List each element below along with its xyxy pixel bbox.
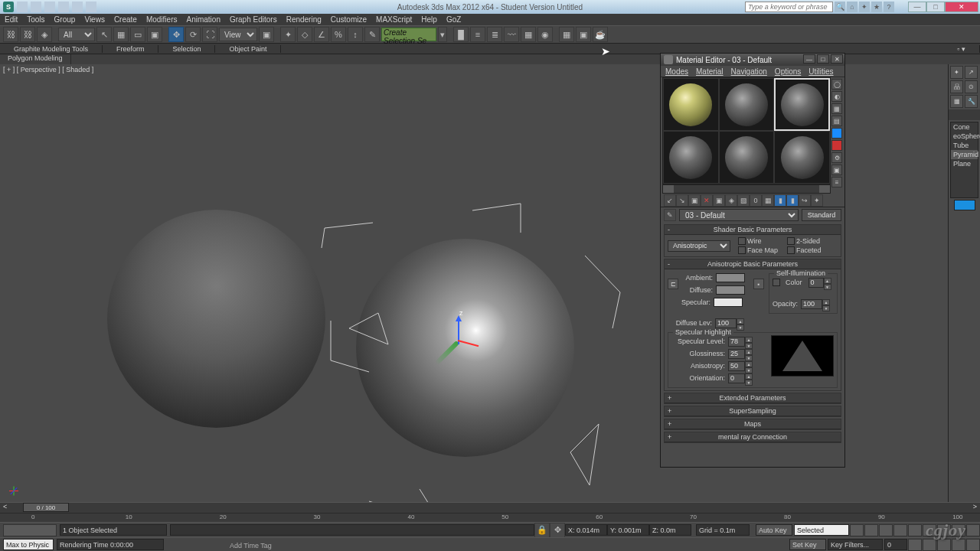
- auto-key-button[interactable]: Auto Key: [756, 524, 792, 536]
- make-preview-icon[interactable]: [831, 140, 842, 151]
- link-icon[interactable]: ⛓: [3, 27, 18, 42]
- goto-end-icon[interactable]: [908, 524, 922, 536]
- transform-y[interactable]: Y: 0.001m: [607, 524, 649, 536]
- pick-from-obj-icon[interactable]: ✦: [811, 194, 823, 207]
- qat-undo-icon[interactable]: [58, 2, 69, 12]
- key-filters-button[interactable]: Key Filters...: [828, 539, 883, 550]
- pick-material-icon[interactable]: ✎: [664, 209, 676, 221]
- scale-icon[interactable]: ⛶: [202, 27, 217, 42]
- facemap-checkbox[interactable]: Face Map: [738, 246, 778, 254]
- ribbon-tab-objectpaint[interactable]: Object Paint: [215, 45, 281, 53]
- cmd-display-icon[interactable]: ▦: [950, 95, 963, 108]
- cmd-modify-icon[interactable]: ↗: [965, 66, 978, 79]
- ribbon-tab-freeform[interactable]: Freeform: [103, 45, 159, 53]
- glossiness-spinner[interactable]: 25▲▼: [728, 349, 753, 359]
- ambient-lock-icon[interactable]: ▪: [753, 279, 764, 289]
- menu-animation[interactable]: Animation: [186, 15, 220, 24]
- menu-help[interactable]: Help: [421, 15, 437, 24]
- next-frame-icon[interactable]: [893, 524, 907, 536]
- mat-menu-utilities[interactable]: Utilities: [808, 67, 833, 76]
- maxscript-mini[interactable]: Max to Physic: [3, 539, 54, 550]
- transform-z[interactable]: Z: 0.0m: [649, 524, 691, 536]
- ribbon-tab-modeling[interactable]: Graphite Modeling Tools: [0, 45, 103, 53]
- percent-snap-icon[interactable]: %: [331, 27, 346, 42]
- material-editor-icon[interactable]: ◉: [537, 27, 553, 42]
- qat-save-icon[interactable]: [44, 2, 55, 12]
- named-sel-dropdown-icon[interactable]: ▾: [438, 27, 447, 42]
- rollout-header[interactable]: +mental ray Connection: [665, 432, 841, 442]
- help-icon[interactable]: ?: [884, 2, 894, 12]
- help-search-input[interactable]: [745, 2, 833, 12]
- ambient-diffuse-lock-icon[interactable]: ⊏: [668, 279, 678, 289]
- mat-menu-options[interactable]: Options: [775, 67, 801, 76]
- material-name-field[interactable]: 03 - Default: [679, 209, 799, 221]
- qat-redo-icon[interactable]: [72, 2, 83, 12]
- mat-menu-navigation[interactable]: Navigation: [731, 67, 767, 76]
- mat-minimize-button[interactable]: —: [803, 54, 815, 64]
- selfillum-color-checkbox[interactable]: [773, 279, 780, 286]
- ambient-swatch[interactable]: [716, 273, 745, 282]
- object-sphere-2[interactable]: [356, 239, 574, 457]
- material-editor-titlebar[interactable]: Material Editor - 03 - Default — □ ✕: [661, 54, 844, 66]
- make-copy-icon[interactable]: ▣: [713, 194, 725, 207]
- put-to-lib-icon[interactable]: ▧: [737, 194, 750, 207]
- two-sided-checkbox[interactable]: 2-Sided: [787, 237, 822, 245]
- angle-snap-icon[interactable]: ∠: [314, 27, 329, 42]
- favorites-icon[interactable]: ★: [871, 2, 882, 12]
- transform-x[interactable]: X: 0.014m: [565, 524, 607, 536]
- cmd-hierarchy-icon[interactable]: 品: [950, 80, 963, 93]
- background-icon[interactable]: ▦: [831, 103, 842, 114]
- show-end-result-icon[interactable]: ▮: [774, 194, 786, 207]
- backlight-icon[interactable]: ◐: [831, 91, 842, 102]
- align-icon[interactable]: ≡: [470, 27, 485, 42]
- communication-icon[interactable]: ✦: [859, 2, 870, 12]
- spec-level-spinner[interactable]: 78▲▼: [728, 337, 753, 347]
- edit-named-sel-icon[interactable]: ✎: [364, 27, 380, 42]
- ribbon-polygon-modeling[interactable]: Polygon Modeling: [0, 54, 71, 64]
- mat-id-icon[interactable]: 0: [750, 194, 762, 207]
- selected-filter-button[interactable]: Selected: [794, 524, 849, 536]
- list-item[interactable]: Pyramid: [951, 150, 978, 159]
- unlink-icon[interactable]: ⛓: [20, 27, 35, 42]
- qat-open-icon[interactable]: [31, 2, 41, 12]
- faceted-checkbox[interactable]: Faceted: [787, 246, 822, 254]
- nav-pan-icon[interactable]: [966, 524, 980, 536]
- specular-swatch[interactable]: [714, 298, 743, 307]
- shader-type-combo[interactable]: Anisotropic: [668, 240, 730, 252]
- time-slider[interactable]: 0 / 100: [23, 503, 69, 512]
- selfillum-spinner[interactable]: 0▲▼: [808, 278, 831, 288]
- select-icon[interactable]: ↖: [96, 27, 112, 42]
- move-icon[interactable]: ✥: [168, 27, 184, 42]
- named-selection-sets[interactable]: Create Selection Se: [381, 28, 436, 41]
- play-icon[interactable]: [879, 524, 893, 536]
- time-config-icon[interactable]: [908, 539, 922, 551]
- rollout-header[interactable]: +Extended Parameters: [665, 393, 841, 403]
- absolute-mode-icon[interactable]: ✥: [550, 523, 565, 538]
- cmd-util-icon[interactable]: 🔧: [965, 95, 978, 108]
- menu-views[interactable]: Views: [84, 15, 105, 24]
- go-parent-icon[interactable]: ▮: [786, 194, 799, 207]
- material-slot[interactable]: [774, 131, 830, 184]
- sample-uv-icon[interactable]: ▤: [831, 116, 842, 126]
- material-browser-icon[interactable]: ≡: [831, 177, 842, 187]
- cmd-create-icon[interactable]: ✦: [950, 66, 963, 79]
- qat-more-icon[interactable]: [86, 2, 96, 12]
- menu-maxscript[interactable]: MAXScript: [376, 15, 412, 24]
- go-forward-icon[interactable]: ↪: [799, 194, 811, 207]
- prev-frame-icon[interactable]: [864, 524, 878, 536]
- cmd-motion-icon[interactable]: ⊙: [965, 80, 978, 93]
- orientation-spinner[interactable]: 0▲▼: [728, 373, 753, 383]
- time-slider-track[interactable]: < 0 / 100 >: [0, 502, 980, 513]
- spinner-snap-icon[interactable]: ↕: [348, 27, 363, 42]
- menu-goz[interactable]: GoZ: [446, 15, 461, 24]
- rollout-header[interactable]: -Shader Basic Parameters: [665, 225, 841, 235]
- list-item[interactable]: eoSphere: [951, 132, 978, 141]
- list-item[interactable]: Tube: [951, 141, 978, 150]
- rotate-icon[interactable]: ⟳: [185, 27, 201, 42]
- video-color-icon[interactable]: [831, 128, 842, 139]
- menu-grapheditors[interactable]: Graph Editors: [230, 15, 277, 24]
- ref-coord-system[interactable]: View: [219, 28, 257, 41]
- put-to-scene-icon[interactable]: ↘: [676, 194, 688, 207]
- material-slot[interactable]: [719, 78, 775, 131]
- nav-maximize-icon[interactable]: [966, 539, 980, 551]
